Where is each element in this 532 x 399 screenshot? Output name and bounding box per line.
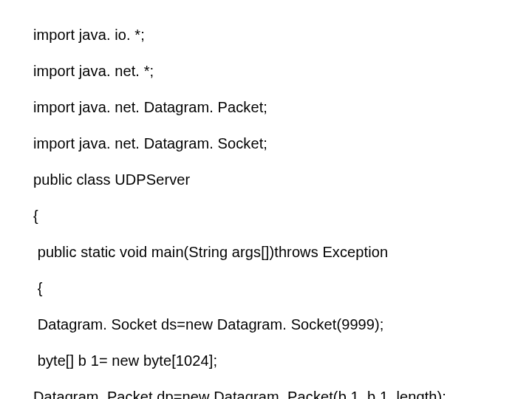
code-line: import java. net. Datagram. Packet; — [33, 98, 532, 117]
code-line: byte[] b 1= new byte[1024]; — [33, 352, 532, 370]
code-line: import java. net. *; — [33, 62, 532, 81]
code-line: public class UDPServer — [33, 171, 532, 189]
code-line: Datagram. Socket ds=new Datagram. Socket… — [33, 316, 532, 334]
code-line: Datagram. Packet dp=new Datagram. Packet… — [33, 388, 532, 400]
code-line: import java. net. Datagram. Socket; — [33, 134, 532, 153]
code-line: { — [33, 207, 532, 225]
code-line: { — [33, 279, 532, 298]
code-line: import java. io. *; — [33, 26, 532, 44]
code-line: public static void main(String args[])th… — [33, 243, 532, 262]
code-block: import java. io. *; import java. net. *;… — [0, 0, 532, 399]
